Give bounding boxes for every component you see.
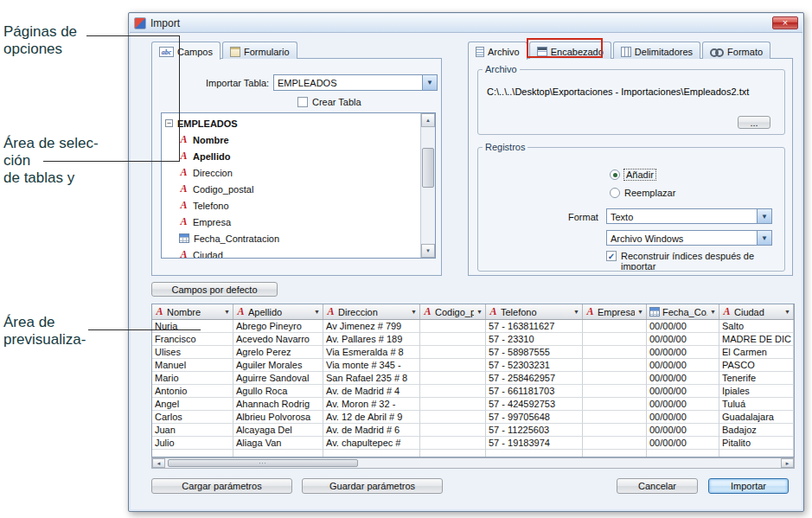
grid-horizontal-scrollbar[interactable]: ◄ ► xyxy=(151,457,795,469)
tab-formulario[interactable]: Formulario xyxy=(222,42,297,59)
table-row[interactable]: NuriaAbrego PineyroAv Jimenez # 79957 - … xyxy=(152,320,794,333)
fields-panel: Importar Tabla: EMPLEADOS ▼ Crear Tabla … xyxy=(151,58,442,276)
column-header[interactable]: ATelefono▼ xyxy=(486,304,583,319)
column-filter-arrow-icon[interactable]: ▼ xyxy=(637,309,643,315)
chevron-down-icon[interactable]: ▼ xyxy=(422,75,437,90)
default-fields-button[interactable]: Campos por defecto xyxy=(151,282,278,297)
column-header[interactable]: ADireccion▼ xyxy=(323,304,420,319)
column-header[interactable]: Fecha_Co...▼ xyxy=(647,304,719,319)
glasses-icon xyxy=(710,48,724,56)
tree-item[interactable]: AApellido xyxy=(165,148,420,164)
table-row[interactable]: CarlosAlbrieu PolvorosaAv. 12 de Abril #… xyxy=(152,411,794,424)
text-field-icon: A xyxy=(585,305,595,318)
column-filter-arrow-icon[interactable]: ▼ xyxy=(411,309,417,315)
browse-button[interactable]: ... xyxy=(738,116,770,129)
import-table-select[interactable]: EMPLEADOS ▼ xyxy=(273,74,438,91)
column-header-label: Codigo_p... xyxy=(435,307,474,317)
table-row[interactable]: AntonioAgullo RocaAv. de Madrid # 457 - … xyxy=(152,385,794,398)
table-cell: Manuel xyxy=(152,359,233,372)
table-row[interactable]: AngelAhannach RodrigAv. Moron # 32 -57 -… xyxy=(152,398,794,411)
collapse-icon[interactable]: − xyxy=(165,119,173,127)
scrollbar-thumb[interactable] xyxy=(422,148,434,188)
table-cell xyxy=(233,450,323,457)
table-row[interactable] xyxy=(152,450,794,457)
tree-item-label: Direccion xyxy=(193,168,233,178)
tab-delimitadores[interactable]: Delimitadores xyxy=(613,42,700,59)
table-row[interactable]: MarioAguirre SandovalSan Rafael 235 # 85… xyxy=(152,372,794,385)
table-cell: 57 - 424592753 xyxy=(486,398,583,411)
scroll-up-icon[interactable]: ▲ xyxy=(421,113,435,127)
rebuild-indexes-checkbox[interactable]: ✓ Reconstruir índices después de importa… xyxy=(606,251,785,270)
tree-item[interactable]: ADireccion xyxy=(165,164,420,181)
import-button[interactable]: Importar xyxy=(708,478,789,494)
table-cell: Aliaga Van xyxy=(233,437,323,450)
checkbox-label: Reconstruir índices después de importar xyxy=(621,251,785,270)
table-cell: 57 - 163811627 xyxy=(486,320,583,333)
annotation-pages: Páginas de opciones xyxy=(3,23,77,58)
scroll-right-icon[interactable]: ► xyxy=(781,458,794,468)
save-parameters-button[interactable]: Guardar parámetros xyxy=(302,478,443,494)
window-title: Import xyxy=(150,17,180,29)
chevron-down-icon[interactable]: ▼ xyxy=(757,231,771,245)
scrollbar-thumb[interactable] xyxy=(168,459,358,467)
format-select[interactable]: Texto ▼ xyxy=(606,208,772,224)
tree-item[interactable]: AEmpresa xyxy=(165,214,420,230)
file-type-select[interactable]: Archivo Windows ▼ xyxy=(606,230,772,246)
tab-archivo[interactable]: Archivo xyxy=(468,42,527,60)
text-field-icon: A xyxy=(423,305,432,318)
tab-label: Formato xyxy=(727,47,763,57)
annotation-line: Páginas de xyxy=(3,23,77,41)
column-filter-arrow-icon[interactable]: ▼ xyxy=(573,309,579,315)
table-row[interactable]: FranciscoAcevedo NavarroAv. Pallares # 1… xyxy=(152,333,794,346)
replace-radio[interactable]: Reemplazar xyxy=(610,188,675,198)
field-tree[interactable]: − EMPLEADOS ANombreAApellidoADireccionAC… xyxy=(161,112,436,259)
close-button[interactable]: × xyxy=(772,16,798,29)
table-cell: Nuria xyxy=(152,320,233,333)
tree-item[interactable]: ACodigo_postal xyxy=(165,181,420,197)
table-cell: 57 - 19183974 xyxy=(486,437,583,450)
column-filter-arrow-icon[interactable]: ▼ xyxy=(710,309,716,315)
table-cell xyxy=(420,359,486,372)
table-row[interactable]: ManuelAguiler MoralesVia monte # 345 -57… xyxy=(152,359,794,372)
tab-label: Delimitadores xyxy=(635,47,693,57)
tree-root[interactable]: − EMPLEADOS xyxy=(165,115,420,131)
date-field-icon xyxy=(649,307,660,317)
column-header-label: Empresa xyxy=(598,307,635,317)
left-tab-strip: abc Campos Formulario xyxy=(151,42,297,59)
column-filter-arrow-icon[interactable]: ▼ xyxy=(314,309,320,315)
append-radio[interactable]: Añadir xyxy=(610,169,655,180)
tree-item[interactable]: ACiudad xyxy=(165,246,420,258)
tree-item-label: Fecha_Contratacion xyxy=(194,233,279,244)
column-header[interactable]: ANombre▼ xyxy=(152,304,233,319)
field-tree-list: − EMPLEADOS ANombreAApellidoADireccionAC… xyxy=(162,113,420,258)
table-row[interactable]: UlisesAgrelo PerezVia Esmeralda # 857 - … xyxy=(152,346,794,359)
tree-item[interactable]: ATelefono xyxy=(165,197,420,214)
tree-item-label: Codigo_postal xyxy=(193,184,253,195)
text-field-icon: A xyxy=(179,166,189,179)
table-cell: El Carmen xyxy=(719,346,794,359)
chevron-down-icon[interactable]: ▼ xyxy=(757,209,771,223)
column-header[interactable]: AApellido▼ xyxy=(233,304,323,319)
tree-item[interactable]: Fecha_Contratacion xyxy=(165,230,420,246)
column-header[interactable]: ACiudad▼ xyxy=(719,304,794,319)
table-cell xyxy=(583,333,647,346)
tree-item[interactable]: ANombre xyxy=(165,131,420,148)
scroll-down-icon[interactable]: ▼ xyxy=(421,244,435,258)
column-filter-arrow-icon[interactable]: ▼ xyxy=(224,309,230,315)
create-table-checkbox[interactable]: Crear Tabla xyxy=(297,97,361,107)
table-row[interactable]: JulioAliaga VanAv. chapultepec #57 - 191… xyxy=(152,437,794,450)
tree-scrollbar[interactable]: ▲ ▼ xyxy=(420,113,435,258)
table-cell xyxy=(420,385,486,398)
tab-formato[interactable]: Formato xyxy=(702,42,770,59)
column-filter-arrow-icon[interactable]: ▼ xyxy=(784,309,790,315)
column-header[interactable]: ACodigo_p...▼ xyxy=(420,304,486,319)
tab-campos[interactable]: abc Campos xyxy=(151,42,221,60)
column-header[interactable]: AEmpresa▼ xyxy=(583,304,647,319)
scroll-left-icon[interactable]: ◄ xyxy=(152,458,165,468)
table-cell: Francisco xyxy=(152,333,233,346)
cancel-button[interactable]: Cancelar xyxy=(617,478,698,494)
load-parameters-button[interactable]: Cargar parámetros xyxy=(151,478,292,494)
titlebar[interactable]: Import × xyxy=(130,14,802,33)
table-row[interactable]: JuanAlcayaga DelAv. de Madrid # 657 - 11… xyxy=(152,424,794,437)
column-filter-arrow-icon[interactable]: ▼ xyxy=(476,309,483,315)
